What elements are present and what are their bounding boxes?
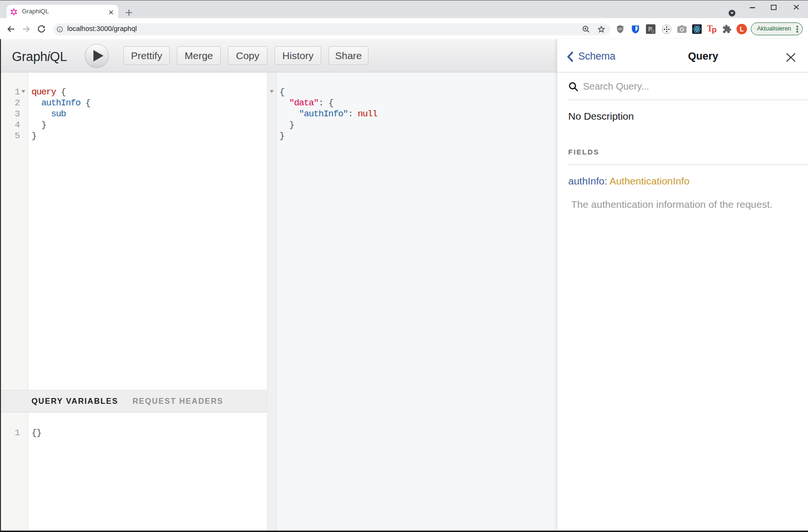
svg-text:uD: uD [618, 27, 623, 31]
